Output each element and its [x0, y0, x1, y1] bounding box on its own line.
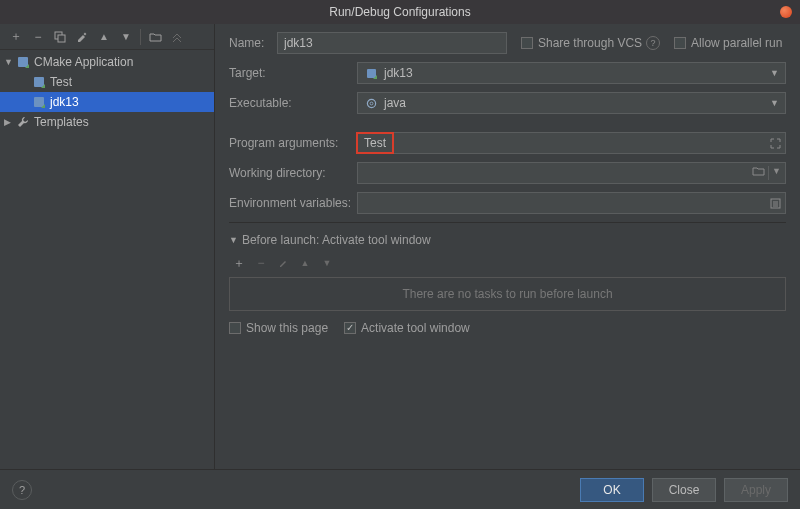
activate-tool-checkbox[interactable]: Activate tool window [344, 321, 470, 335]
main-panel: Name: Share through VCS ? Allow parallel… [215, 24, 800, 469]
folder-icon[interactable] [145, 27, 165, 47]
window-title: Run/Debug Configurations [329, 5, 470, 19]
divider [229, 222, 786, 223]
name-label: Name: [229, 36, 277, 50]
wd-input[interactable]: ▼ [357, 162, 786, 184]
checkbox-checked-icon [344, 322, 356, 334]
chevron-down-icon: ▼ [770, 98, 779, 108]
expand-icon[interactable] [770, 138, 781, 149]
remove-icon: − [251, 253, 271, 273]
tree-item-label: Test [50, 75, 72, 89]
share-vcs-label: Share through VCS [538, 36, 642, 50]
executable-label: Executable: [229, 96, 357, 110]
config-tree: ▼ CMake Application Test jdk13 ▶ Templat… [0, 50, 214, 469]
target-icon [364, 68, 378, 79]
show-page-checkbox[interactable]: Show this page [229, 321, 328, 335]
parallel-label: Allow parallel run [691, 36, 782, 50]
empty-tasks-label: There are no tasks to run before launch [402, 287, 612, 301]
add-icon[interactable]: ＋ [6, 27, 26, 47]
executable-value: java [384, 96, 406, 110]
list-icon[interactable] [770, 198, 781, 209]
collapse-icon[interactable] [167, 27, 187, 47]
args-label: Program arguments: [229, 136, 357, 150]
browse-icon[interactable] [752, 166, 765, 180]
before-launch-tasks: There are no tasks to run before launch [229, 277, 786, 311]
help-button[interactable]: ? [12, 480, 32, 500]
chevron-down-icon[interactable]: ▼ [772, 166, 781, 180]
tree-group-label: CMake Application [34, 55, 133, 69]
cmake-icon [16, 55, 30, 69]
tree-templates[interactable]: ▶ Templates [0, 112, 214, 132]
chevron-down-icon: ▼ [770, 68, 779, 78]
edit-icon [273, 253, 293, 273]
name-input[interactable] [277, 32, 507, 54]
args-value: Test [364, 136, 386, 150]
executable-select[interactable]: java ▼ [357, 92, 786, 114]
target-label: Target: [229, 66, 357, 80]
share-vcs-checkbox[interactable]: Share through VCS ? [521, 36, 660, 50]
remove-icon[interactable]: − [28, 27, 48, 47]
args-input[interactable]: Test [357, 132, 786, 154]
ok-button[interactable]: OK [580, 478, 644, 502]
tree-item-jdk13[interactable]: jdk13 [0, 92, 214, 112]
up-icon[interactable]: ▲ [94, 27, 114, 47]
svg-rect-2 [84, 32, 87, 35]
env-label: Environment variables: [229, 196, 357, 210]
footer: ? OK Close Apply [0, 469, 800, 509]
svg-rect-1 [58, 35, 65, 42]
settings-icon[interactable] [72, 27, 92, 47]
title-bar: Run/Debug Configurations [0, 0, 800, 24]
target-value: jdk13 [384, 66, 413, 80]
copy-icon[interactable] [50, 27, 70, 47]
show-page-label: Show this page [246, 321, 328, 335]
close-button[interactable]: Close [652, 478, 716, 502]
config-icon [32, 95, 46, 109]
before-launch-header[interactable]: ▼ Before launch: Activate tool window [229, 233, 786, 247]
sidebar: ＋ − ▲ ▼ ▼ CMake Application [0, 24, 215, 469]
up-icon: ▲ [295, 253, 315, 273]
activate-tool-label: Activate tool window [361, 321, 470, 335]
tree-item-label: jdk13 [50, 95, 79, 109]
tree-templates-label: Templates [34, 115, 89, 129]
apply-button: Apply [724, 478, 788, 502]
parallel-checkbox[interactable]: Allow parallel run [674, 36, 782, 50]
chevron-down-icon: ▼ [4, 57, 16, 67]
gear-icon [364, 98, 378, 109]
help-icon[interactable]: ? [646, 36, 660, 50]
target-select[interactable]: jdk13 ▼ [357, 62, 786, 84]
chevron-right-icon: ▶ [4, 117, 16, 127]
checkbox-icon [674, 37, 686, 49]
add-icon[interactable]: ＋ [229, 253, 249, 273]
config-icon [32, 75, 46, 89]
svg-point-4 [370, 102, 373, 105]
chevron-down-icon: ▼ [229, 235, 238, 245]
before-launch-label: Before launch: Activate tool window [242, 233, 431, 247]
before-launch-toolbar: ＋ − ▲ ▼ [229, 253, 786, 273]
sidebar-toolbar: ＋ − ▲ ▼ [0, 24, 214, 50]
checkbox-icon [521, 37, 533, 49]
down-icon: ▼ [317, 253, 337, 273]
close-icon[interactable] [780, 6, 792, 18]
separator [140, 29, 141, 45]
tree-item-test[interactable]: Test [0, 72, 214, 92]
down-icon[interactable]: ▼ [116, 27, 136, 47]
args-highlight: Test [356, 132, 394, 154]
wrench-icon [16, 115, 30, 129]
tree-group-cmake[interactable]: ▼ CMake Application [0, 52, 214, 72]
env-input[interactable] [357, 192, 786, 214]
checkbox-icon [229, 322, 241, 334]
wd-label: Working directory: [229, 166, 357, 180]
